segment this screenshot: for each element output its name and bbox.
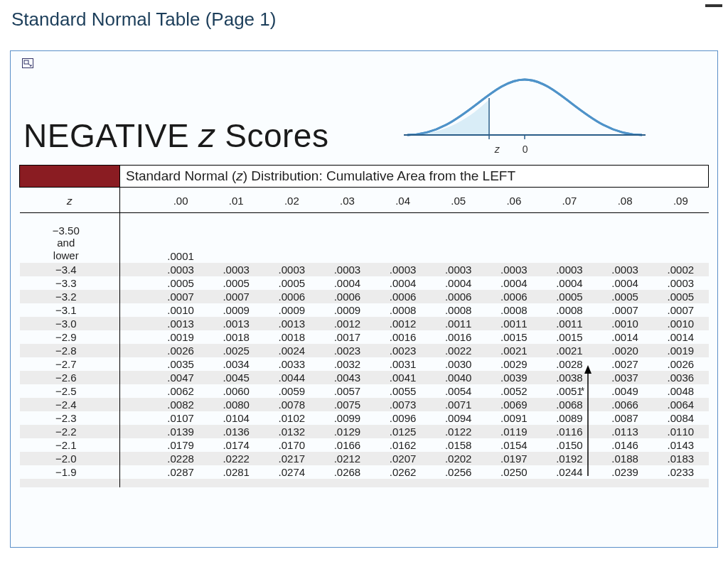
col-header: .01 [208, 188, 264, 213]
cell: .0170 [264, 438, 319, 452]
cell: .0004 [542, 276, 597, 290]
cell: .0174 [208, 438, 264, 452]
cell: .0005 [264, 276, 319, 290]
cell: .0010 [153, 303, 208, 317]
banner-accent [20, 166, 120, 188]
cell: .0207 [375, 452, 431, 465]
cell: .0233 [653, 465, 708, 479]
cell: .0001 [153, 223, 208, 263]
cell: .0087 [597, 411, 653, 425]
table-row: −3.3.0005.0005.0005.0004.0004.0004.0004.… [20, 276, 709, 290]
cell: .0014 [597, 330, 653, 344]
minimize-icon[interactable] [705, 4, 722, 7]
cell: .0110 [653, 425, 708, 438]
cell: .0139 [153, 425, 208, 438]
cell: .0059 [264, 384, 319, 398]
cell: .0036 [653, 371, 708, 384]
cell: .0041 [375, 371, 431, 384]
cell: .0034 [208, 357, 264, 371]
col-header-z: z [20, 188, 120, 213]
cell: .0069 [486, 398, 542, 411]
cell: .0030 [431, 357, 486, 371]
cell: .0052 [486, 384, 542, 398]
table-row: −3.1.0010.0009.0009.0009.0008.0008.0008.… [20, 303, 709, 317]
cell: .0028 [542, 357, 597, 371]
cell: .0023 [375, 344, 431, 357]
z-table: Standard Normal (z) Distribution: Cumula… [19, 165, 709, 487]
column-headers: z .00 .01 .02 .03 .04 .05 .06 .07 .08 .0… [20, 188, 709, 213]
cell: .0003 [319, 263, 375, 276]
row-label: −3.1 [20, 303, 120, 317]
col-header: .07 [542, 188, 597, 213]
cell: .0239 [597, 465, 653, 479]
cell: .0122 [431, 425, 486, 438]
cell: .0016 [431, 330, 486, 344]
cell: .0006 [486, 290, 542, 303]
row-label: −2.9 [20, 330, 120, 344]
cell: .0107 [153, 411, 208, 425]
cell: .0068 [542, 398, 597, 411]
cell: .0080 [208, 398, 264, 411]
cell: .0064 [653, 398, 708, 411]
cell: .0045 [208, 371, 264, 384]
table-row: −2.9.0019.0018.0018.0017.0016.0016.0015.… [20, 330, 709, 344]
cell: .0099 [319, 411, 375, 425]
cell: .0011 [542, 317, 597, 330]
cell: .0003 [486, 263, 542, 276]
cell: .0024 [264, 344, 319, 357]
cell: .0096 [375, 411, 431, 425]
cell: .0007 [208, 290, 264, 303]
row-label: −3.4 [20, 263, 120, 276]
cell: .0158 [431, 438, 486, 452]
cell: .0019 [153, 330, 208, 344]
cell: .0005 [153, 276, 208, 290]
cell: .0202 [431, 452, 486, 465]
cell: .0032 [319, 357, 375, 371]
table-row: −2.5.0062.0060.0059.0057.0055.0054.0052.… [20, 384, 709, 398]
cell: .0015 [486, 330, 542, 344]
cell: .0038 [542, 371, 597, 384]
col-header: .09 [653, 188, 708, 213]
col-header: .08 [597, 188, 653, 213]
cell: .0006 [319, 290, 375, 303]
cell: .0113 [597, 425, 653, 438]
fullscreen-icon[interactable] [22, 58, 33, 68]
cell: .0003 [264, 263, 319, 276]
row-label: −2.8 [20, 344, 120, 357]
cell: .0125 [375, 425, 431, 438]
cell: .0154 [486, 438, 542, 452]
table-row: −2.6.0047.0045.0044.0043.0041.0040.0039.… [20, 371, 709, 384]
cell: .0025 [208, 344, 264, 357]
cell: .0015 [542, 330, 597, 344]
table-row: −2.8.0026.0025.0024.0023.0023.0022.0021.… [20, 344, 709, 357]
cell: .0016 [375, 330, 431, 344]
cell: .0031 [375, 357, 431, 371]
cell: .0217 [264, 452, 319, 465]
cell: .0044 [264, 371, 319, 384]
cell: .0004 [319, 276, 375, 290]
col-header: .02 [264, 188, 319, 213]
cell: .0051 * [542, 384, 597, 398]
cell: .0222 [208, 452, 264, 465]
col-header: .05 [431, 188, 486, 213]
cell: .0179 [153, 438, 208, 452]
row-label: −3.50andlower [20, 223, 120, 263]
table-banner: Standard Normal (z) Distribution: Cumula… [120, 166, 709, 188]
cell: .0005 [542, 290, 597, 303]
table-row: −1.9.0287.0281.0274.0268.0262.0256.0250.… [20, 465, 709, 479]
cell: .0197 [486, 452, 542, 465]
cell: .0026 [653, 357, 708, 371]
cell: .0005 [208, 276, 264, 290]
cell: .0047 [153, 371, 208, 384]
cell: .0008 [486, 303, 542, 317]
col-header: .04 [375, 188, 431, 213]
cell: .0008 [542, 303, 597, 317]
cell: .0075 [319, 398, 375, 411]
cell: .0006 [264, 290, 319, 303]
cell: .0094 [431, 411, 486, 425]
cell: .0228 [153, 452, 208, 465]
cell: .0006 [431, 290, 486, 303]
cell: .0060 [208, 384, 264, 398]
cell: .0004 [375, 276, 431, 290]
row-label: −2.0 [20, 452, 120, 465]
